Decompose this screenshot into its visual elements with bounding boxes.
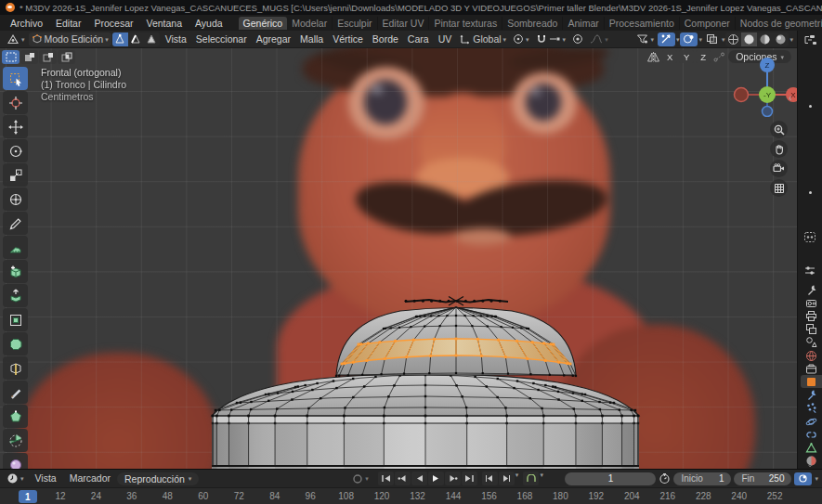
tool-scale[interactable] [3,163,28,187]
gizmo-minus-x-axis[interactable] [735,88,749,102]
menu-archivo[interactable]: Archivo [4,18,49,29]
properties-tab-physics[interactable] [801,415,822,428]
viewport-canvas[interactable]: XYZ Opciones ▾ Frontal (ortogonal) (1) T… [0,48,797,469]
workspace-tab-pintar-texturas[interactable]: Pintar texturas [429,17,502,30]
tool-transform[interactable] [3,187,28,211]
tool-move[interactable] [3,115,28,138]
properties-tab-modifiers[interactable] [801,389,822,402]
tool-extrude-region[interactable] [3,284,28,307]
tool-bevel[interactable] [3,332,28,355]
tool-loop-cut[interactable] [3,356,28,380]
gizmo-minus-z-axis[interactable] [763,107,773,117]
viewport-menu-agregar[interactable]: Agregar [252,33,295,45]
keying-set-button[interactable] [794,472,812,485]
timeline-menu-vista[interactable]: Vista [29,472,63,485]
tabs-overflow-chevron[interactable]: ⌄ [798,460,822,469]
properties-tab-output[interactable] [801,309,822,322]
tool-inset-faces[interactable] [3,308,28,331]
outliner-editor-button[interactable] [798,34,822,46]
proportional-falloff-dropdown[interactable]: ▾ [587,32,611,46]
jump-to-start-button[interactable] [378,472,394,485]
workspace-tab-esculpir[interactable]: Esculpir [333,17,377,30]
zoom-button[interactable] [770,121,788,138]
jump-prev-keyframe-button[interactable] [395,472,411,485]
properties-tab-view-layer[interactable] [801,323,822,336]
wireframe-shading-button[interactable] [725,32,741,46]
tool-select-box[interactable] [3,67,28,90]
proportional-editing-toggle[interactable] [569,32,586,46]
mirror-axis-y[interactable]: Y [679,50,694,63]
select-extend-button[interactable] [20,50,38,64]
tool-annotate[interactable] [3,212,28,235]
workspace-tab-genérico[interactable]: Genérico [239,17,288,30]
current-frame-field[interactable]: 1 [565,472,656,485]
menu-editar[interactable]: Editar [49,18,87,29]
edge-select-button[interactable] [128,32,144,46]
workspace-tab-sombreado[interactable]: Sombreado [502,17,563,30]
show-gizmo-toggle[interactable] [658,32,675,46]
workspace-tab-modelar[interactable]: Modelar [287,17,333,30]
shading-dropdown[interactable]: ▾ [789,36,793,43]
chevron-down-icon[interactable]: ▾ [515,472,519,485]
viewport-menu-uv[interactable]: UV [434,33,457,45]
step-back-button[interactable] [482,472,498,485]
timeline-menu-marcador[interactable]: Marcador [63,472,117,485]
viewport-menu-malla[interactable]: Malla [295,33,328,45]
properties-tab-scene[interactable] [801,336,822,349]
properties-editor-button[interactable] [798,265,822,277]
properties-tab-object-data[interactable] [801,441,822,454]
timeline-menu-reproducción[interactable]: Reproducción▾ [117,472,199,485]
tool-rotate[interactable] [3,139,28,162]
timeline-ruler[interactable]: 1122436486072849610812013214415616818019… [0,487,822,504]
tool-add-cube[interactable] [3,260,28,283]
properties-tab-particles[interactable] [801,402,822,415]
menu-ventana[interactable]: Ventana [139,18,189,29]
vertex-select-button[interactable] [112,32,128,46]
frame-start-field[interactable]: Inicio 1 [673,472,731,485]
workspace-tab-componer[interactable]: Componer [680,17,736,30]
jump-next-keyframe-button[interactable] [445,472,461,485]
viewport-menu-cara[interactable]: Cara [403,33,434,45]
snap-toggle-dropdown[interactable]: ▾ [533,32,569,46]
timeline-editor-button[interactable]: ▾ [4,472,27,485]
mirror-axis-x[interactable]: X [662,50,677,63]
xray-dropdown[interactable]: ▾ [722,36,725,43]
auto-keying-toggle[interactable]: ▾ [349,472,372,485]
viewport-menu-vértice[interactable]: Vértice [328,33,368,45]
tool-measure[interactable] [3,236,28,259]
select-subtract-button[interactable] [39,50,57,64]
mirror-axis-z[interactable]: Z [696,50,711,63]
xray-toggle[interactable] [703,32,721,46]
jump-to-end-button[interactable] [462,472,477,485]
properties-tab-collection[interactable] [801,362,822,375]
material-preview-button[interactable] [757,32,773,46]
workspace-tab-animar[interactable]: Animar [563,17,604,30]
tool-smooth[interactable] [3,453,28,469]
tool-knife[interactable] [3,381,28,404]
workspace-tab-editar-uv[interactable]: Editar UV [378,17,430,30]
rendered-shading-button[interactable] [773,32,789,46]
pivot-point-dropdown[interactable]: ▾ [510,32,532,46]
menu-ayuda[interactable]: Ayuda [189,18,229,29]
object-visibility-dropdown[interactable]: ▾ [633,32,657,46]
properties-tab-tool[interactable] [801,283,822,296]
tool-poly-build[interactable] [3,405,28,428]
menu-procesar[interactable]: Procesar [87,18,139,29]
mode-selector[interactable]: Modo Edición ▾ [29,32,111,46]
select-intersect-button[interactable] [58,50,75,64]
outliner-filter-icon[interactable] [798,231,822,243]
solid-shading-button[interactable] [741,32,757,46]
viewport-menu-seleccionar[interactable]: Seleccionar [191,33,252,45]
select-set-button[interactable] [2,50,20,64]
camera-view-button[interactable] [770,160,788,177]
play-button[interactable] [428,472,444,485]
toggle-orthographic-button[interactable] [770,179,788,197]
gizmo-dropdown[interactable]: ▾ [676,36,680,43]
chevron-down-icon[interactable]: ▾ [540,472,543,485]
overlays-dropdown[interactable]: ▾ [698,36,702,43]
face-select-button[interactable] [144,32,160,46]
show-overlays-toggle[interactable] [680,32,698,46]
frame-end-field[interactable]: Fin 250 [734,472,791,485]
stopwatch-icon[interactable] [659,472,671,485]
step-forward-button[interactable] [499,472,515,485]
